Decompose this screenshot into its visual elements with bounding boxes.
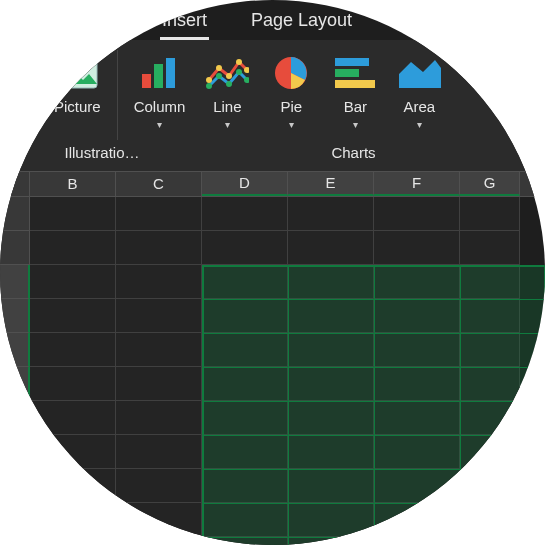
- cell[interactable]: [460, 197, 520, 231]
- column-header-c[interactable]: C: [116, 172, 202, 196]
- row-header[interactable]: [0, 401, 30, 435]
- tab-page-layout[interactable]: Page Layout: [249, 6, 354, 40]
- insert-line-chart-button[interactable]: Line ▾: [195, 50, 259, 132]
- svg-point-11: [216, 73, 222, 79]
- ribbon-groups: Picture Column ▾: [0, 50, 545, 140]
- row-header[interactable]: [0, 333, 30, 367]
- cell[interactable]: [116, 469, 202, 503]
- row-header[interactable]: [0, 469, 30, 503]
- cell[interactable]: [116, 401, 202, 435]
- cell[interactable]: [30, 299, 116, 333]
- pie-chart-icon: [269, 54, 313, 92]
- cell[interactable]: [116, 333, 202, 367]
- cell[interactable]: [30, 401, 116, 435]
- grid-row: [0, 197, 545, 231]
- cell[interactable]: [288, 231, 374, 265]
- insert-column-chart-button[interactable]: Column ▾: [124, 50, 196, 132]
- cell[interactable]: [116, 197, 202, 231]
- cell[interactable]: [116, 299, 202, 333]
- column-header-b[interactable]: B: [30, 172, 116, 196]
- cell[interactable]: [288, 197, 374, 231]
- cell[interactable]: [202, 231, 288, 265]
- line-chart-label: Line: [213, 98, 241, 115]
- column-header-g[interactable]: G: [460, 172, 520, 196]
- cell[interactable]: [30, 435, 116, 469]
- svg-point-8: [236, 59, 242, 65]
- svg-point-1: [64, 64, 72, 72]
- svg-rect-4: [166, 58, 175, 88]
- ribbon: Picture Column ▾: [0, 40, 545, 171]
- cell[interactable]: [116, 265, 202, 299]
- cell[interactable]: [30, 537, 116, 545]
- cell[interactable]: [460, 469, 520, 503]
- picture-label: Picture: [54, 98, 101, 115]
- row-header[interactable]: [0, 537, 30, 545]
- cell[interactable]: [30, 197, 116, 231]
- bar-chart-label: Bar: [344, 98, 367, 115]
- insert-area-chart-button[interactable]: Area ▾: [387, 50, 451, 132]
- insert-bar-chart-button[interactable]: Bar ▾: [323, 50, 387, 132]
- row-header[interactable]: [0, 231, 30, 265]
- ribbon-tabs: Insert Page Layout: [0, 0, 545, 40]
- insert-pie-chart-button[interactable]: Pie ▾: [259, 50, 323, 132]
- cell[interactable]: [374, 537, 460, 545]
- svg-rect-16: [335, 58, 369, 66]
- area-chart-icon: [397, 54, 441, 92]
- cell[interactable]: [116, 435, 202, 469]
- row-header[interactable]: [0, 265, 30, 299]
- column-headers: B C D E F G: [0, 171, 545, 197]
- grid-row: [0, 231, 545, 265]
- cell[interactable]: [30, 265, 116, 299]
- bar-chart-icon: [333, 54, 377, 92]
- cell[interactable]: [116, 231, 202, 265]
- row-header[interactable]: [0, 435, 30, 469]
- cell[interactable]: [460, 231, 520, 265]
- spreadsheet-grid[interactable]: [0, 197, 545, 545]
- cell[interactable]: [30, 469, 116, 503]
- row-header[interactable]: [0, 299, 30, 333]
- group-label-charts: Charts: [162, 144, 545, 161]
- cell[interactable]: [30, 367, 116, 401]
- insert-picture-button[interactable]: Picture: [0, 50, 111, 117]
- select-all-corner[interactable]: [0, 172, 30, 196]
- cell[interactable]: [30, 231, 116, 265]
- group-separator: [117, 50, 118, 140]
- area-chart-label: Area: [404, 98, 436, 115]
- svg-point-12: [226, 81, 232, 87]
- tab-insert[interactable]: Insert: [160, 6, 209, 40]
- column-header-e[interactable]: E: [288, 172, 374, 196]
- chevron-down-icon: ▾: [417, 119, 422, 130]
- row-header[interactable]: [0, 197, 30, 231]
- chevron-down-icon: ▾: [353, 119, 358, 130]
- row-header[interactable]: [0, 367, 30, 401]
- column-header-d[interactable]: D: [202, 172, 288, 196]
- cell[interactable]: [374, 231, 460, 265]
- cell[interactable]: [116, 503, 202, 537]
- cell[interactable]: [374, 197, 460, 231]
- pie-chart-label: Pie: [281, 98, 303, 115]
- svg-point-13: [236, 69, 242, 75]
- group-label-illustrations: Illustratio…: [0, 144, 162, 161]
- svg-point-7: [226, 73, 232, 79]
- cell[interactable]: [30, 333, 116, 367]
- svg-point-5: [206, 77, 212, 83]
- cell[interactable]: [30, 503, 116, 537]
- svg-rect-3: [154, 64, 163, 88]
- svg-rect-2: [142, 74, 151, 88]
- column-header-f[interactable]: F: [374, 172, 460, 196]
- row-header[interactable]: [0, 503, 30, 537]
- cell[interactable]: [460, 503, 520, 537]
- chevron-down-icon: ▾: [157, 119, 162, 130]
- line-chart-icon: [205, 54, 249, 92]
- svg-rect-17: [335, 69, 359, 77]
- svg-point-10: [206, 83, 212, 89]
- svg-rect-18: [335, 80, 375, 88]
- cell[interactable]: [460, 537, 520, 545]
- chevron-down-icon: ▾: [289, 119, 294, 130]
- svg-point-6: [216, 65, 222, 71]
- cell[interactable]: [116, 367, 202, 401]
- circular-crop: Insert Page Layout Picture: [0, 0, 545, 545]
- app-frame: Insert Page Layout Picture: [0, 0, 545, 545]
- cell[interactable]: [116, 537, 202, 545]
- cell[interactable]: [202, 197, 288, 231]
